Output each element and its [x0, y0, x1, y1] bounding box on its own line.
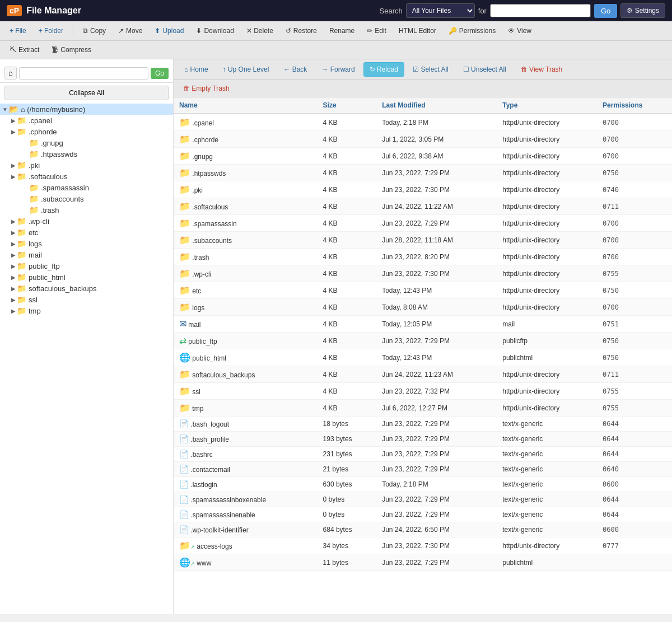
view-button[interactable]: 👁 View [503, 24, 536, 38]
unselect-all-button[interactable]: ☐ Unselect All [457, 62, 512, 77]
extract-button[interactable]: ⛏ Extract [4, 43, 44, 57]
file-name: 📄 .bashrc [174, 447, 318, 462]
tree-root[interactable]: ▼ 📂 ⌂ (/home/mybusine) [0, 104, 173, 115]
table-row[interactable]: 📁 tmp 4 KB Jul 6, 2022, 12:27 PM httpd/u… [174, 400, 672, 417]
tree-item-gnupg[interactable]: 📁.gnupg [0, 137, 173, 148]
new-folder-button[interactable]: + Folder [34, 24, 68, 38]
tree-item-public_ftp[interactable]: ▶📁public_ftp [0, 260, 173, 272]
permissions-button[interactable]: 🔑 Permissions [444, 24, 501, 38]
search-scope-select[interactable]: All Your Files File Names Only File Cont… [406, 3, 475, 18]
reload-button[interactable]: ↻ Reload [363, 62, 404, 77]
view-trash-button[interactable]: 🗑 View Trash [515, 62, 568, 77]
settings-button[interactable]: ⚙ Settings [620, 3, 665, 18]
tree-item-trash[interactable]: 📁.trash [0, 204, 173, 216]
col-permissions[interactable]: Permissions [597, 97, 672, 114]
table-row[interactable]: 📁 .wp-cli 4 KB Jun 23, 2022, 7:30 PM htt… [174, 265, 672, 282]
table-row[interactable]: 📁 logs 4 KB Today, 8:08 AM httpd/unix-di… [174, 299, 672, 316]
rename-button[interactable]: Rename [324, 24, 360, 38]
tree-folder-icon: 📁 [17, 250, 26, 259]
file-size: 4 KB [318, 333, 377, 349]
table-row[interactable]: 🌐↗ www 11 bytes Jun 23, 2022, 7:29 PM pu… [174, 554, 672, 571]
tree-item-cphorde[interactable]: ▶📁.cphorde [0, 126, 173, 137]
compress-button[interactable]: 🗜 Compress [46, 43, 96, 57]
search-go-button[interactable]: Go [594, 4, 617, 18]
content-toolbar: ⌂ Home ↑ Up One Level ← Back → Forward ↻… [174, 59, 672, 80]
table-row[interactable]: 📁 .softaculous 4 KB Jun 24, 2022, 11:22 … [174, 198, 672, 215]
table-row[interactable]: 📁 softaculous_backups 4 KB Jun 24, 2022,… [174, 366, 672, 383]
select-all-button[interactable]: ☑ Select All [407, 62, 455, 77]
table-row[interactable]: 🌐 public_html 4 KB Today, 12:43 PM publi… [174, 349, 672, 366]
table-row[interactable]: 📁 .trash 4 KB Jun 23, 2022, 8:20 PM http… [174, 249, 672, 265]
table-row[interactable]: 📄 .spamassassinenable 0 bytes Jun 23, 20… [174, 507, 672, 522]
file-modified: Today, 12:43 PM [376, 282, 497, 299]
edit-button[interactable]: ✏ Edit [362, 24, 391, 38]
table-row[interactable]: 📁 etc 4 KB Today, 12:43 PM httpd/unix-di… [174, 282, 672, 299]
search-label: Search [380, 7, 403, 15]
col-name[interactable]: Name [174, 97, 318, 114]
col-type[interactable]: Type [497, 97, 597, 114]
table-row[interactable]: 📄 .wp-toolkit-identifier 684 bytes Jun 2… [174, 522, 672, 537]
table-row[interactable]: 📄 .contactemail 21 bytes Jun 23, 2022, 7… [174, 462, 672, 477]
table-row[interactable]: 📄 .bash_logout 18 bytes Jun 23, 2022, 7:… [174, 417, 672, 432]
file-type: text/x-generic [497, 522, 597, 537]
sidebar-path-input[interactable] [19, 67, 148, 79]
copy-button[interactable]: ⧉ Copy [78, 24, 111, 38]
table-row[interactable]: 📁 .subaccounts 4 KB Jun 28, 2022, 11:18 … [174, 232, 672, 249]
table-row[interactable]: 📁↗ access-logs 34 bytes Jun 23, 2022, 7:… [174, 537, 672, 554]
table-row[interactable]: 📁 .htpasswds 4 KB Jun 23, 2022, 7:29 PM … [174, 165, 672, 181]
tree-item-htpasswds[interactable]: 📁.htpasswds [0, 148, 173, 160]
download-button[interactable]: ⬇ Download [191, 24, 239, 38]
tree-item-logs[interactable]: ▶📁logs [0, 238, 173, 249]
file-name: 📁↗ access-logs [174, 537, 318, 554]
file-type: publichtml [497, 554, 597, 571]
table-row[interactable]: 📄 .spamassassinboxenable 0 bytes Jun 23,… [174, 492, 672, 507]
tree-item-wpcli[interactable]: ▶📁.wp-cli [0, 216, 173, 227]
empty-trash-button[interactable]: 🗑 Empty Trash [178, 82, 235, 95]
tree-item-cpanel[interactable]: ▶📁.cpanel [0, 115, 173, 126]
table-row[interactable]: 📄 .lastlogin 630 bytes Today, 2:18 PM te… [174, 477, 672, 492]
html-editor-button[interactable]: HTML Editor [394, 24, 441, 38]
table-row[interactable]: ⇄ public_ftp 4 KB Jun 23, 2022, 7:29 PM … [174, 333, 672, 349]
col-size[interactable]: Size [318, 97, 377, 114]
tree-item-pki[interactable]: ▶📁.pki [0, 160, 173, 171]
tree-item-subaccounts[interactable]: 📁.subaccounts [0, 193, 173, 204]
file-permissions: 0644 [597, 492, 672, 507]
table-row[interactable]: 📄 .bashrc 231 bytes Jun 23, 2022, 7:29 P… [174, 447, 672, 462]
home-nav-button[interactable]: ⌂ Home [178, 62, 214, 77]
sidebar-go-button[interactable]: Go [151, 68, 169, 79]
tree-item-public_html[interactable]: ▶📁public_html [0, 272, 173, 283]
table-row[interactable]: 📄 .bash_profile 193 bytes Jun 23, 2022, … [174, 432, 672, 447]
file-name: 📄 .spamassassinboxenable [174, 492, 318, 507]
table-row[interactable]: 📁 .gnupg 4 KB Jul 6, 2022, 9:38 AM httpd… [174, 148, 672, 165]
upload-button[interactable]: ⬆ Upload [150, 24, 189, 38]
up-level-button[interactable]: ↑ Up One Level [217, 62, 276, 77]
tree-item-spamassassin[interactable]: 📁.spamassassin [0, 182, 173, 193]
tree-item-mail[interactable]: ▶📁mail [0, 249, 173, 260]
col-modified[interactable]: Last Modified [376, 97, 497, 114]
table-row[interactable]: 📁 .cpanel 4 KB Today, 2:18 PM httpd/unix… [174, 114, 672, 131]
collapse-all-button[interactable]: Collapse All [4, 86, 169, 100]
tree-item-ssl[interactable]: ▶📁ssl [0, 294, 173, 305]
sidebar-home-button[interactable]: ⌂ [4, 67, 17, 79]
table-row[interactable]: 📁 .pki 4 KB Jun 23, 2022, 7:30 PM httpd/… [174, 181, 672, 198]
tree-item-label: .cpanel [29, 116, 52, 125]
file-permissions: 0751 [597, 316, 672, 333]
move-button[interactable]: ↗ Move [113, 24, 147, 38]
tree-item-etc[interactable]: ▶📁etc [0, 227, 173, 238]
table-row[interactable]: 📁 .spamassassin 4 KB Jun 23, 2022, 7:29 … [174, 215, 672, 232]
tree-item-tmp[interactable]: ▶📁tmp [0, 305, 173, 316]
file-permissions: 0750 [597, 282, 672, 299]
back-button[interactable]: ← Back [277, 62, 313, 77]
tree-item-softaculous_backups[interactable]: ▶📁softaculous_backups [0, 283, 173, 294]
new-file-button[interactable]: + File [4, 24, 31, 38]
table-row[interactable]: 📁 .cphorde 4 KB Jul 1, 2022, 3:05 PM htt… [174, 131, 672, 148]
delete-button[interactable]: ✕ Delete [241, 24, 278, 38]
file-modified: Jun 28, 2022, 11:18 AM [376, 232, 497, 249]
forward-button[interactable]: → Forward [315, 62, 361, 77]
restore-button[interactable]: ↺ Restore [281, 24, 322, 38]
table-row[interactable]: 📁 ssl 4 KB Jun 23, 2022, 7:32 PM httpd/u… [174, 383, 672, 400]
table-row[interactable]: ✉ mail 4 KB Today, 12:05 PM mail 0751 [174, 316, 672, 333]
tree-item-softaculous[interactable]: ▶📁.softaculous [0, 171, 173, 182]
search-input[interactable] [490, 4, 591, 17]
tree-toggle-icon: ▶ [11, 252, 16, 258]
